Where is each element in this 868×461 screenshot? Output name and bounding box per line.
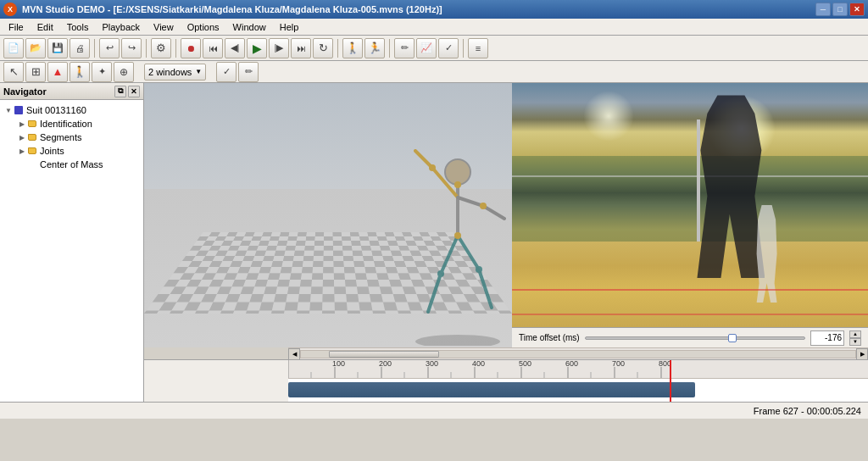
scroll-track[interactable] [300, 350, 856, 358]
frame-forward-button[interactable]: |▶ [269, 38, 289, 58]
tree-arrow-identification[interactable]: ▶ [17, 119, 27, 129]
spin-down-button[interactable]: ▼ [849, 338, 861, 346]
print-button[interactable]: 🖨 [70, 38, 90, 58]
edit-mode-button[interactable]: ✏ [394, 38, 415, 58]
undo-button[interactable]: ↩ [99, 38, 120, 58]
svg-line-9 [479, 269, 492, 308]
windows-dropdown[interactable]: 2 windows ▼ [144, 64, 206, 81]
timeline-ruler: 100 200 300 400 500 600 700 [288, 360, 868, 379]
navigator-close-button[interactable]: ✕ [128, 86, 140, 97]
tree-item-joints[interactable]: ▶ Joints [14, 144, 143, 158]
scroll-left-button[interactable]: ◀ [288, 348, 300, 360]
navigator-float-button[interactable]: ⧉ [114, 86, 126, 97]
tree-arrow-com [17, 159, 27, 169]
tree-label-identification: Identification [40, 119, 92, 129]
net-area [512, 156, 868, 242]
tree-arrow-suit[interactable]: ▼ [3, 105, 14, 115]
prev-keyframe-button[interactable]: ⏮ [203, 38, 223, 58]
separator-3 [175, 39, 176, 58]
check-button[interactable]: ✓ [438, 38, 459, 58]
viewports: Time offset (ms) -176 ▲ ▼ [144, 83, 868, 347]
more-button[interactable]: ≡ [468, 38, 488, 58]
menu-options[interactable]: Options [181, 19, 226, 36]
time-offset-thumb[interactable] [728, 334, 737, 342]
menu-file[interactable]: File [2, 19, 31, 36]
svg-line-4 [458, 197, 483, 206]
record-button[interactable]: ⏺ [181, 38, 201, 58]
tree-item-center-of-mass[interactable]: Center of Mass [14, 158, 143, 171]
menu-view[interactable]: View [147, 19, 181, 36]
viewport-3d[interactable] [144, 83, 512, 347]
navigator-controls: ⧉ ✕ [114, 86, 140, 97]
pencil-view-button[interactable]: ✏ [238, 62, 259, 82]
close-button[interactable]: ✕ [849, 3, 865, 16]
frame-back-button[interactable]: ◀| [225, 38, 245, 58]
graph-button[interactable]: 📈 [416, 38, 437, 58]
svg-point-10 [454, 181, 461, 188]
timeline-data-bar [288, 382, 695, 397]
statusbar: Frame 627 - 00:00:05.224 [0, 402, 868, 419]
svg-line-6 [441, 236, 458, 274]
scroll-right-button[interactable]: ▶ [856, 348, 868, 360]
play-button[interactable]: ▶ [247, 38, 267, 58]
svg-text:700: 700 [612, 360, 625, 368]
window-title: MVN Studio DEMO - [E:/XSENS/Siatkarki/Ma… [22, 4, 815, 14]
check-view-button[interactable]: ✓ [216, 62, 236, 82]
tree-arrow-segments[interactable]: ▶ [17, 132, 27, 142]
menu-playback[interactable]: Playback [95, 19, 147, 36]
grid-button[interactable]: ⊞ [25, 62, 46, 82]
ruler-svg: 100 200 300 400 500 600 700 [288, 360, 868, 379]
tree-label-segments: Segments [40, 132, 82, 142]
camera-feed [512, 83, 868, 327]
timeline: 100 200 300 400 500 600 700 [144, 359, 868, 402]
select-tool-button[interactable]: ↖ [3, 62, 24, 82]
toolbar-main: 📄 📂 💾 🖨 ↩ ↪ ⚙ ⏺ ⏮ ◀| ▶ |▶ ⏭ ↻ 🚶 🏃 ✏ 📈 ✓ … [0, 36, 868, 61]
svg-line-7 [428, 274, 441, 312]
joint-button[interactable]: ⊕ [114, 62, 134, 82]
app-icon: X [3, 3, 17, 16]
new-button[interactable]: 📄 [3, 38, 24, 58]
svg-line-8 [458, 236, 479, 269]
court-line-2 [512, 314, 868, 315]
minimize-button[interactable]: ─ [815, 3, 831, 16]
figure-view-button[interactable]: 🚶 [70, 62, 90, 82]
menu-help[interactable]: Help [273, 19, 306, 36]
viewport-camera: Time offset (ms) -176 ▲ ▼ [512, 83, 868, 347]
svg-point-11 [454, 232, 461, 239]
maximize-button[interactable]: □ [832, 3, 848, 16]
save-button[interactable]: 💾 [47, 38, 68, 58]
menu-window[interactable]: Window [226, 19, 273, 36]
spin-up-button[interactable]: ▲ [849, 330, 861, 338]
svg-text:200: 200 [379, 360, 392, 368]
timeline-playhead[interactable] [670, 360, 671, 402]
svg-point-15 [476, 266, 482, 273]
scroll-thumb[interactable] [329, 351, 440, 358]
tree-item-identification[interactable]: ▶ Identification [14, 117, 143, 131]
figure-button-2[interactable]: 🏃 [364, 38, 385, 58]
tree-arrow-joints[interactable]: ▶ [17, 146, 27, 156]
calibrate-button[interactable]: ⚙ [151, 38, 171, 58]
redo-button[interactable]: ↪ [121, 38, 142, 58]
gym-light-2 [583, 91, 634, 142]
triangle-button[interactable]: ▲ [47, 62, 68, 82]
timeline-track[interactable] [288, 379, 868, 402]
time-offset-bar: Time offset (ms) -176 ▲ ▼ [512, 327, 868, 347]
menubar: File Edit Tools Playback View Options Wi… [0, 19, 868, 36]
menu-tools[interactable]: Tools [60, 19, 96, 36]
svg-point-1 [445, 159, 470, 185]
tree-item-suit[interactable]: ▼ Suit 00131160 [0, 103, 143, 117]
navigator-panel: Navigator ⧉ ✕ ▼ Suit 00131160 ▶ I [0, 83, 144, 402]
bone-button[interactable]: ✦ [92, 62, 112, 82]
time-offset-slider[interactable] [585, 336, 805, 340]
separator-1 [94, 39, 95, 58]
open-button[interactable]: 📂 [25, 38, 46, 58]
loop-button[interactable]: ↻ [313, 38, 333, 58]
next-keyframe-button[interactable]: ⏭ [291, 38, 311, 58]
menu-edit[interactable]: Edit [31, 19, 60, 36]
toolbar-view: ↖ ⊞ ▲ 🚶 ✦ ⊕ 2 windows ▼ ✓ ✏ [0, 61, 868, 83]
figure-button-1[interactable]: 🚶 [342, 38, 363, 58]
content-area: Time offset (ms) -176 ▲ ▼ ◀ [144, 83, 868, 402]
time-offset-spinner[interactable]: ▲ ▼ [849, 330, 861, 346]
frame-info: Frame 627 - 00:00:05.224 [754, 406, 861, 416]
tree-item-segments[interactable]: ▶ Segments [14, 131, 143, 144]
